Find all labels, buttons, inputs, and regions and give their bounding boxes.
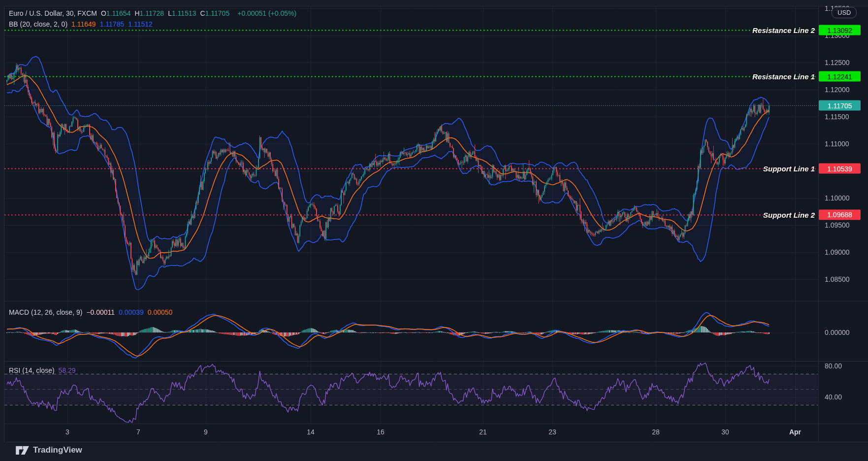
price-axis-label: 1.12000 xyxy=(825,86,850,94)
ohlc-item: C1.11705 xyxy=(200,9,230,17)
bb-indicator-label[interactable]: BB (20, close, 2, 0) xyxy=(9,19,67,30)
macd-value: 0.00050 xyxy=(148,308,173,316)
macd-axis-label: 0.00000 xyxy=(825,329,850,336)
macd-indicator-label[interactable]: MACD (12, 26, close, 9) xyxy=(9,307,82,318)
price-axis-label: 1.09500 xyxy=(825,221,850,229)
symbol-row: Euro / U.S. Dollar, 30, FXCM O1.11654H1.… xyxy=(9,8,296,19)
macd-values: −0.000110.000390.00050 xyxy=(86,307,176,318)
time-axis-label[interactable]: 30 xyxy=(721,428,729,436)
time-axis-label[interactable]: 7 xyxy=(136,428,140,436)
level-line-label[interactable]: Support Line 1 xyxy=(763,165,815,173)
rsi-value: 58.29 xyxy=(59,365,76,376)
macd-row: MACD (12, 26, close, 9) −0.000110.000390… xyxy=(9,307,176,318)
rsi-indicator-label[interactable]: RSI (14, close) xyxy=(9,365,55,376)
level-line-label[interactable]: Resistance Line 1 xyxy=(752,72,815,81)
time-axis-label[interactable]: 16 xyxy=(377,428,385,436)
time-axis-label[interactable]: 14 xyxy=(307,428,315,436)
ohlc-values: O1.11654H1.11728L1.11513C1.11705 xyxy=(101,8,233,19)
symbol-title[interactable]: Euro / U.S. Dollar, 30, FXCM xyxy=(9,8,97,19)
price-level-badge: 1.09688 xyxy=(819,209,861,220)
level-line-label[interactable]: Support Line 2 xyxy=(763,210,815,219)
change-value: +0.00051 (+0.05%) xyxy=(237,8,296,19)
macd-legend: MACD (12, 26, close, 9) −0.000110.000390… xyxy=(9,307,176,318)
bb-value: 1.11785 xyxy=(100,20,125,28)
time-axis-label[interactable]: Apr xyxy=(789,428,801,436)
price-level-badge: 1.10539 xyxy=(819,164,861,174)
tradingview-logo-text: TradingView xyxy=(33,445,82,455)
tradingview-logo-mark xyxy=(16,445,29,455)
time-axis-label[interactable]: 21 xyxy=(479,428,487,436)
bb-values: 1.116491.117851.11512 xyxy=(71,19,157,30)
bb-value: 1.11512 xyxy=(128,20,153,28)
price-axis-label: 1.09000 xyxy=(825,248,850,256)
currency-toggle-button[interactable]: USD xyxy=(832,7,857,18)
price-level-badge: 1.13092 xyxy=(819,25,861,35)
price-axis-label: 1.12500 xyxy=(825,59,850,66)
price-axis-label: 1.11500 xyxy=(825,113,849,121)
ohlc-item: O1.11654 xyxy=(101,9,130,17)
macd-value: 0.00039 xyxy=(119,308,144,316)
ohlc-item: L1.11513 xyxy=(168,9,196,17)
price-axis-label: 1.08500 xyxy=(825,275,850,283)
price-level-badge: 1.11705 xyxy=(819,100,861,111)
time-axis-label[interactable]: 23 xyxy=(548,428,556,436)
price-axis-label: 1.11000 xyxy=(825,140,849,148)
chart-canvas[interactable] xyxy=(0,0,868,461)
price-axis-label: 1.10000 xyxy=(825,194,850,202)
rsi-axis-label: 80.00 xyxy=(825,362,842,370)
price-level-badge: 1.12241 xyxy=(819,71,861,82)
tradingview-chart-widget: Euro / U.S. Dollar, 30, FXCM O1.11654H1.… xyxy=(0,0,868,461)
time-axis-label[interactable]: 28 xyxy=(652,428,660,436)
rsi-row: RSI (14, close) 58.29 xyxy=(9,365,76,376)
symbol-legend: Euro / U.S. Dollar, 30, FXCM O1.11654H1.… xyxy=(9,8,296,30)
bb-row: BB (20, close, 2, 0) 1.116491.117851.115… xyxy=(9,19,296,30)
rsi-legend: RSI (14, close) 58.29 xyxy=(9,365,76,376)
time-axis-label[interactable]: 9 xyxy=(204,428,208,436)
bb-value: 1.11649 xyxy=(71,20,96,28)
time-axis-label[interactable]: 3 xyxy=(65,428,69,436)
macd-value: −0.00011 xyxy=(86,308,115,316)
rsi-axis-label: 40.00 xyxy=(825,393,842,401)
level-line-label[interactable]: Resistance Line 2 xyxy=(752,26,815,34)
ohlc-item: H1.11728 xyxy=(134,9,164,17)
tradingview-logo[interactable]: TradingView xyxy=(16,445,82,455)
